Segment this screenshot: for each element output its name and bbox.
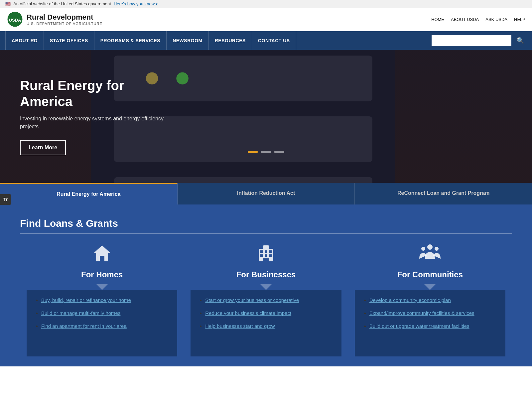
hero-bg-right bbox=[388, 50, 532, 183]
tab-rural-energy[interactable]: Rural Energy for America bbox=[0, 183, 178, 204]
svg-rect-61 bbox=[260, 250, 263, 253]
list-item: Build or manage multi-family homes bbox=[41, 310, 169, 317]
nav-state-offices[interactable]: STATE OFFICES bbox=[44, 31, 94, 50]
hero-description: Investing in renewable energy systems an… bbox=[20, 115, 166, 131]
site-subtitle: U.S. DEPARTMENT OF AGRICULTURE bbox=[27, 22, 102, 26]
svg-marker-56 bbox=[94, 245, 110, 253]
svg-point-70 bbox=[435, 247, 439, 251]
list-item: Expand/improve community facilities & se… bbox=[369, 310, 497, 317]
businesses-arrow bbox=[260, 284, 272, 290]
homes-links-box: Buy, build, repair or refinance your hom… bbox=[27, 290, 177, 356]
search-button[interactable]: 🔍 bbox=[514, 36, 527, 46]
communities-links-box: Develop a community economic plan Expand… bbox=[355, 290, 505, 356]
list-item: Develop a community economic plan bbox=[369, 297, 497, 304]
card-businesses: For Businesses Start or grow your busine… bbox=[184, 244, 348, 366]
homes-card-title: For Homes bbox=[81, 270, 123, 279]
tab-reconnect[interactable]: ReConnect Loan and Grant Program bbox=[355, 183, 532, 204]
cards-row: For Homes Buy, build, repair or refinanc… bbox=[20, 244, 512, 366]
card-homes: For Homes Buy, build, repair or refinanc… bbox=[20, 244, 184, 366]
nav-newsroom[interactable]: NEWSROOM bbox=[167, 31, 209, 50]
list-item: Start or grow your business or cooperati… bbox=[205, 297, 333, 304]
site-header: USDA Rural Development U.S. DEPARTMENT O… bbox=[0, 8, 532, 31]
how-you-know-link[interactable]: Here's how you know bbox=[114, 1, 158, 6]
find-loans-section: Find Loans & Grants For Homes Buy, build… bbox=[0, 204, 532, 366]
hero-content: Rural Energy for America Investing in re… bbox=[0, 77, 186, 155]
svg-rect-66 bbox=[269, 254, 272, 257]
homes-link-1[interactable]: Buy, build, repair or refinance your hom… bbox=[41, 297, 131, 303]
businesses-link-2[interactable]: Reduce your business's climate impact bbox=[205, 310, 291, 316]
svg-rect-64 bbox=[260, 254, 263, 257]
carousel-dot-1[interactable] bbox=[248, 151, 258, 153]
businesses-card-title: For Businesses bbox=[236, 270, 296, 279]
site-title: Rural Development bbox=[27, 13, 102, 22]
svg-rect-60 bbox=[263, 245, 269, 249]
businesses-link-3[interactable]: Help businesses start and grow bbox=[205, 323, 275, 329]
main-nav: ABOUT RD STATE OFFICES PROGRAMS & SERVIC… bbox=[0, 31, 532, 50]
gov-banner: 🇺🇸 An official website of the United Sta… bbox=[0, 0, 532, 8]
carousel-dot-3[interactable] bbox=[274, 151, 284, 153]
carousel-dot-2[interactable] bbox=[261, 151, 271, 153]
svg-rect-67 bbox=[263, 258, 269, 261]
list-item: Build out or upgrade water treatment fac… bbox=[369, 323, 497, 330]
logo-area: USDA Rural Development U.S. DEPARTMENT O… bbox=[7, 11, 102, 28]
nav-resources[interactable]: RESOURCES bbox=[209, 31, 252, 50]
communities-link-1[interactable]: Develop a community economic plan bbox=[369, 297, 451, 303]
find-loans-title: Find Loans & Grants bbox=[20, 218, 512, 234]
search-input[interactable] bbox=[432, 35, 511, 46]
homes-link-2[interactable]: Build or manage multi-family homes bbox=[41, 310, 120, 316]
svg-point-69 bbox=[421, 247, 425, 251]
list-item: Find an apartment for rent in your area bbox=[41, 323, 169, 330]
community-icon bbox=[418, 244, 442, 266]
svg-point-68 bbox=[427, 244, 433, 250]
search-area: 🔍 bbox=[432, 32, 527, 49]
business-icon bbox=[256, 244, 276, 266]
tab-inflation-reduction[interactable]: Inflation Reduction Act bbox=[178, 183, 355, 204]
home-icon bbox=[92, 244, 112, 266]
top-nav: HOME ABOUT USDA ASK USDA HELP bbox=[431, 17, 525, 22]
hero-section: Rural Energy for America Investing in re… bbox=[0, 50, 532, 183]
top-nav-ask-usda[interactable]: ASK USDA bbox=[485, 17, 507, 22]
nav-programs-services[interactable]: PROGRAMS & SERVICES bbox=[94, 31, 167, 50]
communities-card-title: For Communities bbox=[397, 270, 463, 279]
businesses-links-box: Start or grow your business or cooperati… bbox=[191, 290, 341, 356]
hero-title: Rural Energy for America bbox=[20, 77, 166, 109]
svg-rect-63 bbox=[269, 250, 272, 253]
hero-cta-button[interactable]: Learn More bbox=[20, 140, 66, 155]
logo-text: Rural Development U.S. DEPARTMENT OF AGR… bbox=[27, 13, 102, 26]
top-nav-about-usda[interactable]: ABOUT USDA bbox=[451, 17, 479, 22]
communities-arrow bbox=[424, 284, 436, 290]
main-nav-links: ABOUT RD STATE OFFICES PROGRAMS & SERVIC… bbox=[5, 31, 432, 50]
accessibility-widget[interactable]: Tr bbox=[0, 194, 11, 205]
search-icon: 🔍 bbox=[517, 37, 524, 44]
svg-text:USDA: USDA bbox=[9, 18, 21, 23]
nav-about-rd[interactable]: ABOUT RD bbox=[5, 31, 44, 50]
svg-rect-58 bbox=[100, 256, 104, 261]
svg-rect-62 bbox=[265, 250, 267, 253]
homes-arrow bbox=[96, 284, 108, 290]
usda-logo-icon: USDA bbox=[7, 11, 23, 28]
communities-link-3[interactable]: Build out or upgrade water treatment fac… bbox=[369, 323, 469, 329]
program-tabs: Rural Energy for America Inflation Reduc… bbox=[0, 183, 532, 204]
businesses-link-1[interactable]: Start or grow your business or cooperati… bbox=[205, 297, 299, 303]
top-nav-home[interactable]: HOME bbox=[431, 17, 444, 22]
carousel-indicators bbox=[248, 151, 284, 153]
communities-link-2[interactable]: Expand/improve community facilities & se… bbox=[369, 310, 474, 316]
gov-banner-text: An official website of the United States… bbox=[13, 1, 111, 6]
homes-link-3[interactable]: Find an apartment for rent in your area bbox=[41, 323, 127, 329]
top-nav-help[interactable]: HELP bbox=[514, 17, 525, 22]
list-item: Help businesses start and grow bbox=[205, 323, 333, 330]
list-item: Buy, build, repair or refinance your hom… bbox=[41, 297, 169, 304]
list-item: Reduce your business's climate impact bbox=[205, 310, 333, 317]
nav-contact-us[interactable]: CONTACT US bbox=[252, 31, 296, 50]
svg-rect-65 bbox=[265, 254, 267, 257]
card-communities: For Communities Develop a community econ… bbox=[348, 244, 512, 366]
us-flag-icon: 🇺🇸 bbox=[5, 1, 11, 6]
svg-rect-48 bbox=[114, 177, 372, 183]
